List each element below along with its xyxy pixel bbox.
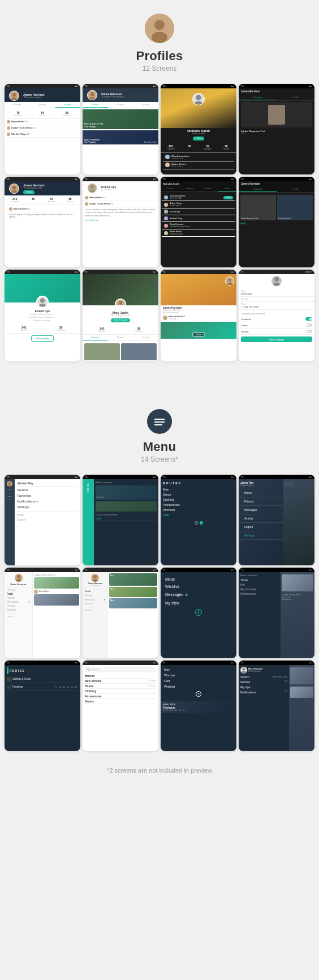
- accessories-m10[interactable]: Accessories: [85, 694, 101, 698]
- friends-m6[interactable]: Friends: [84, 602, 106, 606]
- tab-photos-p10[interactable]: Photos: [108, 335, 133, 340]
- friends-m4[interactable]: Friends: [239, 497, 283, 506]
- hotel-p6: Marriott Hotel 5.5: [83, 195, 158, 201]
- clothing-m10[interactable]: Clothing: [85, 689, 96, 693]
- destinations-m8[interactable]: Destinations: [240, 591, 279, 596]
- menu-notifications-m1[interactable]: Notifications +: [17, 498, 78, 504]
- menu-search-m1[interactable]: Search: [17, 487, 78, 493]
- readmore-p6[interactable]: Read full review: [83, 219, 158, 222]
- activity-m5[interactable]: Activity: [6, 596, 31, 600]
- menu-dress-m3[interactable]: Dress: [163, 492, 234, 497]
- menu-title: Menu: [143, 440, 176, 454]
- avatar-p1: [9, 91, 19, 101]
- messages-m7[interactable]: Messages ●: [165, 590, 232, 599]
- menu-man-m3[interactable]: Man: [163, 487, 234, 492]
- mytrips-m7[interactable]: My trips: [165, 599, 232, 607]
- tab-places-p10[interactable]: Places: [133, 335, 158, 340]
- goods-m10[interactable]: Goods: [85, 700, 94, 703]
- wishlist-m12[interactable]: Wishlist 5.5: [240, 680, 287, 685]
- screen-p12: 9:41Logout ↗ Name Erlend Oye Web Site Ph…: [239, 270, 314, 361]
- menu-section-header: Menu 14 Screens*: [0, 395, 319, 472]
- tab-reviews[interactable]: Reviews: [5, 102, 30, 108]
- tab-posts-p7[interactable]: Posts: [218, 186, 237, 191]
- follow-btn-p3[interactable]: Follow: [193, 136, 204, 140]
- tab-places[interactable]: Places: [55, 102, 80, 108]
- tabs-p8: Favorites Looks: [239, 186, 314, 193]
- logout-m4[interactable]: Logout: [239, 523, 283, 531]
- svg-point-26: [17, 575, 20, 578]
- messages-m6[interactable]: Messages ●: [84, 597, 106, 602]
- tab-reviews-p7[interactable]: Reviews: [199, 186, 218, 191]
- settings-m4[interactable]: Settings: [239, 531, 283, 540]
- tab-looks-p8[interactable]: Looks: [277, 186, 314, 192]
- ideas-m7[interactable]: Ideas: [165, 576, 232, 583]
- follow-btn-p5[interactable]: Follow: [23, 190, 45, 194]
- menu-settings-m1[interactable]: Settings: [17, 504, 78, 510]
- tab-posts-p2[interactable]: Posts: [83, 102, 108, 108]
- tab-reviews-p10[interactable]: Reviews: [83, 335, 108, 340]
- facebook-toggle[interactable]: [305, 317, 312, 321]
- tab-places-p2[interactable]: Places: [133, 102, 158, 108]
- profiles-grid: 9:41●●● James Harrison 📍 Barcelona, Spai…: [0, 82, 319, 373]
- tab-followers-p7[interactable]: Followers: [161, 186, 180, 191]
- jackets-m9[interactable]: Jackets & Coats: [12, 678, 31, 680]
- tab-looks-p4[interactable]: Looks: [277, 95, 314, 100]
- travel-m8[interactable]: Travel: [240, 578, 279, 582]
- tab-photos[interactable]: Photos: [30, 102, 55, 108]
- activity-m6[interactable]: Activity: [84, 593, 106, 597]
- tab-following-p7[interactable]: Following: [180, 186, 199, 191]
- sendmsg-btn-p10[interactable]: Send message: [85, 318, 156, 322]
- home-m4[interactable]: Home: [239, 489, 283, 497]
- footwear-m9[interactable]: Footwear: [12, 685, 23, 688]
- svg-point-17: [228, 279, 231, 282]
- follow-btn-p11[interactable]: Follow: [192, 332, 205, 337]
- friends-m5[interactable]: Friends: [6, 604, 31, 608]
- hel-m8[interactable]: Hel: [240, 582, 279, 587]
- menu-icon-container: [147, 409, 172, 434]
- menu-hotel-m1[interactable]: Hotel: [17, 513, 78, 517]
- woman-m11[interactable]: Woman: [164, 672, 233, 678]
- field-phone-p12[interactable]: Phone +7 911 745 53 13: [239, 302, 314, 310]
- menu-logout-m1[interactable]: Logout: [17, 517, 78, 522]
- search-m12[interactable]: Search villas, hotels, rooms: [240, 675, 287, 680]
- messages-m5[interactable]: Messages ●: [6, 600, 31, 604]
- notifications-m12[interactable]: Notifications 7.5: [240, 690, 287, 695]
- screen-m11: 9:41●●● Man Woman Cart Wishlist × ROUTES…: [161, 661, 236, 751]
- tab-photos-p2[interactable]: Photos: [108, 102, 133, 108]
- brands-m10[interactable]: Brands: [85, 674, 94, 678]
- screen-p7: 9:41●●● Nicholas Smith Followers Followi…: [161, 177, 236, 267]
- messages-m4[interactable]: Messages: [239, 506, 283, 514]
- wishlist-m7[interactable]: Wishlist: [165, 583, 232, 590]
- menu-accessories-m3[interactable]: Accessories: [163, 502, 234, 508]
- feed-m6[interactable]: Feed: [84, 589, 106, 593]
- logout-m6[interactable]: Logout: [84, 608, 106, 612]
- activity-m4[interactable]: Activity: [239, 514, 283, 523]
- menu-sale-m3[interactable]: Sale: [163, 513, 234, 518]
- follow-btn-oleg[interactable]: Follow: [223, 195, 233, 199]
- newarrivals-m10[interactable]: New arrivals: [85, 679, 101, 683]
- shoes-m10[interactable]: Shoes: [85, 684, 93, 688]
- search-placeholder-m10[interactable]: Search...: [92, 668, 101, 671]
- google-toggle[interactable]: [305, 330, 312, 333]
- twitter-toggle[interactable]: [305, 323, 312, 327]
- field-website-p12[interactable]: Web Site: [239, 297, 314, 302]
- arrivals-m2[interactable]: ivals: [96, 516, 157, 521]
- view-profile-btn[interactable]: View profile: [5, 334, 80, 343]
- man-m11[interactable]: Man: [164, 667, 233, 672]
- menu-favorites-m1[interactable]: Favorites: [17, 493, 78, 498]
- cart-m11[interactable]: Cart: [164, 678, 233, 684]
- mytrips-m12[interactable]: My trips: [240, 685, 287, 690]
- menu-clothing-m3[interactable]: Clothing: [163, 497, 234, 502]
- tab-favorites-p4[interactable]: Favorites: [239, 95, 277, 100]
- menu-womens-m3[interactable]: Womens: [163, 508, 234, 513]
- tab-fav-p8[interactable]: Favorites: [239, 186, 277, 192]
- loc-p11: 📍 Sydney, Australia: [163, 312, 234, 314]
- settings-m5[interactable]: Settings: [6, 608, 31, 612]
- save-changes-btn[interactable]: Save changes: [241, 336, 312, 342]
- logout-m5[interactable]: Logout: [6, 615, 31, 618]
- field-name-p12[interactable]: Name Erlend Oye: [239, 289, 314, 297]
- wishlist-m11[interactable]: Wishlist: [164, 684, 233, 689]
- journeys-m8[interactable]: My Journeys: [240, 587, 279, 591]
- feed-m5[interactable]: Feed: [6, 592, 31, 596]
- person-oleg-p7: Oleg AlexandrovNew York, USA Follow: [162, 194, 235, 201]
